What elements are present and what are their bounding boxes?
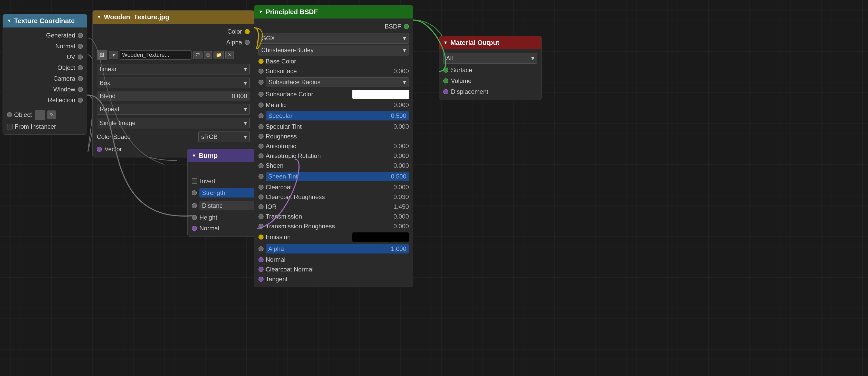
bump-strength-label: Strength bbox=[202, 189, 225, 197]
tex-coord-normal-socket[interactable] bbox=[78, 44, 83, 49]
tex-coord-generated-label: Generated bbox=[46, 32, 75, 39]
principled-specular-tint-socket[interactable] bbox=[258, 124, 264, 129]
principled-clearcoat-socket[interactable] bbox=[258, 185, 264, 190]
img-texture-body: Color Alpha 🖼 ▼ Wooden_Texture... 🛡 ⧉ 📁 … bbox=[93, 24, 254, 157]
principled-specular-label: Specular bbox=[268, 112, 292, 119]
img-texture-colorspace-dropdown[interactable]: sRGB ▾ bbox=[198, 132, 250, 142]
principled-subsurface-socket[interactable] bbox=[258, 68, 264, 74]
tex-coord-object-input-socket[interactable] bbox=[7, 112, 12, 117]
principled-tangent-socket[interactable] bbox=[258, 277, 264, 282]
img-texture-name-input[interactable]: Wooden_Texture... bbox=[120, 50, 192, 60]
principled-alpha-row: Alpha 1.000 bbox=[254, 243, 413, 255]
tex-coord-window-socket[interactable] bbox=[78, 87, 83, 92]
principled-collapse-icon[interactable]: ▼ bbox=[258, 9, 263, 15]
tex-coord-camera-socket[interactable] bbox=[78, 76, 83, 81]
principled-emission-swatch[interactable] bbox=[352, 232, 409, 242]
principled-specular-field[interactable]: Specular 0.500 bbox=[266, 111, 409, 120]
tex-coord-window-row: Window bbox=[3, 84, 87, 95]
bump-distance-socket[interactable] bbox=[192, 203, 197, 208]
principled-anisotropic-socket[interactable] bbox=[258, 144, 264, 149]
tex-coord-from-instancer-row: From Instancer bbox=[3, 121, 87, 132]
principled-specular-socket[interactable] bbox=[258, 113, 264, 118]
principled-alpha-value: 1.000 bbox=[391, 245, 406, 253]
img-texture-alpha-socket[interactable] bbox=[245, 40, 250, 45]
tex-coord-reflection-socket[interactable] bbox=[78, 97, 83, 103]
img-texture-alpha-label: Alpha bbox=[226, 39, 242, 46]
image-texture-node: ▼ Wooden_Texture.jpg Color Alpha 🖼 ▼ Woo… bbox=[92, 10, 254, 157]
img-texture-icon: 🖼 bbox=[97, 50, 107, 60]
mat-output-surface-socket[interactable] bbox=[443, 67, 448, 73]
bump-strength-socket[interactable] bbox=[192, 190, 197, 196]
principled-bsdf-output-socket[interactable] bbox=[404, 24, 409, 29]
img-texture-selector-row: 🖼 ▼ Wooden_Texture... 🛡 ⧉ 📁 ✕ bbox=[93, 48, 254, 62]
tex-coord-object-socket[interactable] bbox=[78, 65, 83, 70]
principled-subsurface-radius-dropdown[interactable]: Subsurface Radius ▾ bbox=[266, 77, 409, 87]
principled-sheen-label: Sheen bbox=[266, 162, 386, 169]
img-texture-interpolation-dropdown[interactable]: Linear ▾ bbox=[97, 64, 250, 75]
bump-height-socket[interactable] bbox=[192, 215, 197, 220]
principled-anisotropic-rotation-socket[interactable] bbox=[258, 153, 264, 158]
principled-normal-socket[interactable] bbox=[258, 257, 264, 262]
principled-sheen-socket[interactable] bbox=[258, 163, 264, 168]
principled-base-color-label: Base Color bbox=[266, 58, 409, 65]
img-texture-collapse-icon[interactable]: ▼ bbox=[97, 15, 101, 20]
principled-subsurface-method-dropdown[interactable]: Christensen-Burley ▾ bbox=[258, 45, 409, 56]
principled-ior-socket[interactable] bbox=[258, 204, 264, 209]
mat-output-displacement-socket[interactable] bbox=[443, 89, 448, 94]
mat-output-target-dropdown[interactable]: All ▾ bbox=[443, 53, 537, 64]
principled-subsurface-method-label: Christensen-Burley bbox=[261, 47, 314, 54]
img-texture-shield-btn[interactable]: 🛡 bbox=[193, 51, 203, 59]
tex-coord-generated-row: Generated bbox=[3, 30, 87, 41]
principled-alpha-field[interactable]: Alpha 1.000 bbox=[266, 244, 409, 254]
principled-body: BSDF GGX ▾ Christensen-Burley ▾ Base Col… bbox=[254, 19, 413, 287]
img-texture-copy-btn[interactable]: ⧉ bbox=[204, 51, 212, 59]
bump-invert-checkbox[interactable] bbox=[192, 178, 197, 184]
tex-coord-object-swatch[interactable] bbox=[35, 110, 45, 120]
principled-alpha-socket[interactable] bbox=[258, 246, 264, 252]
mat-output-volume-row: Volume bbox=[439, 76, 541, 86]
principled-emission-socket[interactable] bbox=[258, 234, 264, 240]
img-texture-color-socket[interactable] bbox=[245, 29, 250, 34]
tex-coord-uv-socket[interactable] bbox=[78, 54, 83, 60]
img-texture-extension-dropdown[interactable]: Repeat ▾ bbox=[97, 104, 250, 115]
img-texture-type-btn[interactable]: ▼ bbox=[109, 51, 118, 59]
img-texture-vector-socket[interactable] bbox=[97, 147, 102, 152]
principled-subsurface-color-socket[interactable] bbox=[258, 92, 264, 97]
principled-clearcoat-roughness-socket[interactable] bbox=[258, 195, 264, 200]
bump-distance-label: Distanc bbox=[202, 202, 222, 209]
mat-output-surface-row: Surface bbox=[439, 65, 541, 76]
tex-coord-object-input-label: Object bbox=[14, 111, 32, 118]
img-texture-title: Wooden_Texture.jpg bbox=[104, 13, 169, 21]
bump-normal-input-label: Normal bbox=[199, 225, 219, 232]
bump-normal-input-socket[interactable] bbox=[192, 226, 197, 231]
mat-output-collapse-icon[interactable]: ▼ bbox=[443, 40, 448, 46]
mat-output-volume-socket[interactable] bbox=[443, 78, 448, 84]
img-texture-source-dropdown[interactable]: Single Image ▾ bbox=[97, 118, 250, 128]
principled-distribution-dropdown[interactable]: GGX ▾ bbox=[258, 33, 409, 44]
img-texture-blend-field[interactable]: Blend 0.000 bbox=[97, 91, 250, 101]
principled-clearcoat-normal-socket[interactable] bbox=[258, 267, 264, 272]
texture-coordinate-node: ▼ Texture Coordinate Generated Normal UV… bbox=[3, 14, 87, 135]
principled-base-color-socket[interactable] bbox=[258, 59, 264, 64]
img-texture-close-btn[interactable]: ✕ bbox=[225, 51, 234, 59]
principled-specular-tint-value: 0.000 bbox=[388, 123, 409, 130]
principled-subsurface-radius-socket[interactable] bbox=[258, 80, 264, 85]
principled-transmission-roughness-socket[interactable] bbox=[258, 224, 264, 229]
img-texture-projection-dropdown[interactable]: Box ▾ bbox=[97, 78, 250, 88]
tex-coord-from-instancer-checkbox[interactable] bbox=[7, 124, 12, 129]
tex-coord-generated-socket[interactable] bbox=[78, 33, 83, 38]
bump-collapse-icon[interactable]: ▼ bbox=[192, 153, 196, 158]
principled-transmission-socket[interactable] bbox=[258, 214, 264, 219]
tex-coord-pipette-icon[interactable]: ✎ bbox=[47, 110, 56, 119]
principled-distribution-label: GGX bbox=[261, 35, 275, 42]
img-texture-color-output-row: Color bbox=[93, 26, 254, 37]
principled-roughness-socket[interactable] bbox=[258, 134, 264, 139]
principled-sheen-tint-field[interactable]: Sheen Tint 0.500 bbox=[266, 172, 409, 181]
principled-metallic-socket[interactable] bbox=[258, 103, 264, 108]
principled-sheen-tint-socket[interactable] bbox=[258, 174, 264, 179]
img-texture-folder-btn[interactable]: 📁 bbox=[214, 51, 224, 59]
tex-coord-collapse-icon[interactable]: ▼ bbox=[7, 18, 11, 24]
principled-ior-row: IOR 1.450 bbox=[254, 202, 413, 212]
img-texture-extension-label: Repeat bbox=[100, 106, 119, 113]
principled-subsurface-color-swatch[interactable] bbox=[352, 90, 409, 99]
